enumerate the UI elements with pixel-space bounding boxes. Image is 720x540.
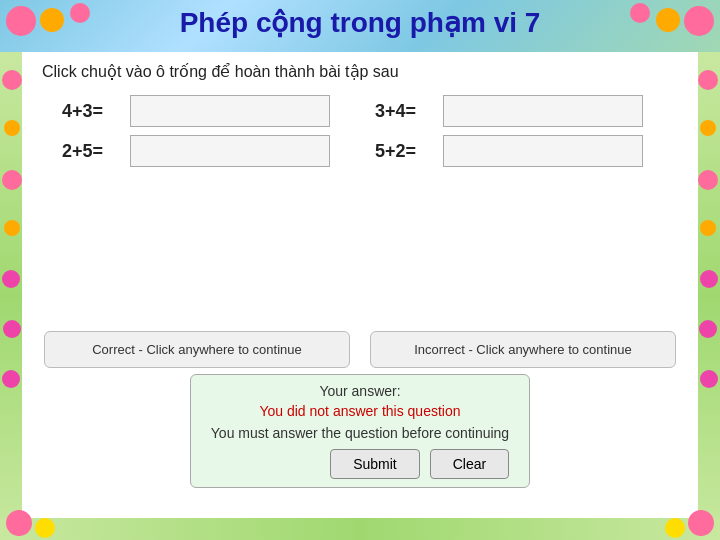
must-answer-text: You must answer the question before cont… <box>211 425 509 441</box>
problem-row-1: 4+3= <box>62 95 345 127</box>
page-title: Phép cộng trong phạm vi 7 <box>180 6 541 39</box>
incorrect-feedback[interactable]: Incorrect - Click anywhere to continue <box>370 331 676 368</box>
clear-button[interactable]: Clear <box>430 449 509 479</box>
problem-label-2: 3+4= <box>375 101 435 122</box>
feedback-row: Correct - Click anywhere to continue Inc… <box>44 331 676 368</box>
answer-input-3[interactable] <box>130 135 330 167</box>
answer-input-1[interactable] <box>130 95 330 127</box>
your-answer-label: Your answer: <box>211 383 509 399</box>
problems-grid: 4+3= 3+4= 2+5= 5+2= <box>42 95 678 167</box>
action-row: Submit Clear <box>211 449 509 479</box>
border-bottom <box>0 518 720 540</box>
problem-label-4: 5+2= <box>375 141 435 162</box>
your-answer-popup: Your answer: You did not answer this que… <box>190 374 530 488</box>
submit-button[interactable]: Submit <box>330 449 420 479</box>
subtitle: Click chuột vào ô trống để hoàn thành bà… <box>42 62 678 81</box>
problem-row-3: 2+5= <box>62 135 345 167</box>
correct-feedback[interactable]: Correct - Click anywhere to continue <box>44 331 350 368</box>
problem-label-1: 4+3= <box>62 101 122 122</box>
border-right <box>698 52 720 540</box>
answer-input-2[interactable] <box>443 95 643 127</box>
answer-input-4[interactable] <box>443 135 643 167</box>
problem-row-2: 3+4= <box>375 95 658 127</box>
overlay-area: Correct - Click anywhere to continue Inc… <box>44 331 676 488</box>
content-area: Click chuột vào ô trống để hoàn thành bà… <box>22 52 698 518</box>
problem-label-3: 2+5= <box>62 141 122 162</box>
did-not-answer-text: You did not answer this question <box>211 403 509 419</box>
border-left <box>0 52 22 540</box>
problem-row-4: 5+2= <box>375 135 658 167</box>
